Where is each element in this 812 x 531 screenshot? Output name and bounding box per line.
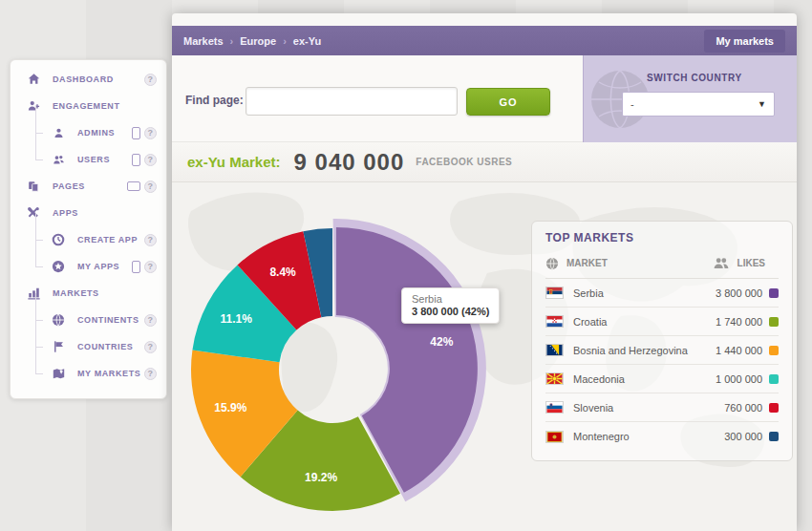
help-icon[interactable]: ? [144, 261, 157, 273]
help-icon[interactable]: ? [144, 181, 157, 193]
sidebar-item-label: COUNTRIES [77, 342, 133, 351]
sidebar-item-my-markets[interactable]: MY MARKETS ? [11, 360, 166, 387]
market-column-header[interactable]: MARKET [566, 258, 608, 268]
help-icon[interactable]: ? [144, 341, 157, 353]
mobile-badge-icon [132, 261, 140, 273]
table-row-croatia[interactable]: Croatia 1 740 000 [545, 308, 779, 336]
sidebar-item-label: CONTINENTS [77, 315, 139, 325]
sidebar-item-apps[interactable]: APPS [11, 200, 166, 226]
country-select-value: - [630, 98, 634, 110]
slice-percent-label: 11.1% [221, 312, 253, 326]
breadcrumb: Markets › Europe › ex-Yu My markets [172, 26, 797, 55]
sidebar-item-label: PAGES [53, 181, 85, 191]
tools-icon [24, 206, 43, 220]
series-color-swatch [769, 288, 779, 298]
table-row-bosnia[interactable]: Bosnia and Herzegovina 1 440 000 [545, 336, 779, 365]
page-root: DASHBOARD ? ENGAGEMENT ADMINS ? USERS ? … [0, 0, 812, 531]
bar-chart-icon [24, 287, 43, 300]
map-pin-icon [49, 367, 68, 380]
slice-percent-label: 19.2% [305, 471, 337, 484]
find-page-label: Find page: [185, 94, 244, 107]
series-color-swatch [769, 403, 779, 413]
sidebar-item-admins[interactable]: ADMINS ? [11, 119, 166, 146]
mobile-badge-icon [132, 154, 140, 166]
slovenia-flag-icon [545, 401, 564, 414]
series-color-swatch [769, 432, 779, 441]
breadcrumb-europe[interactable]: Europe [240, 35, 276, 47]
top-markets-header-row: MARKET LIKES [545, 248, 779, 279]
serbia-flag-icon [545, 287, 564, 299]
table-row-montenegro[interactable]: Montenegro 300 000 [545, 422, 779, 451]
table-row-macedonia[interactable]: Macedonia 1 000 000 [545, 365, 779, 393]
table-row-slovenia[interactable]: Slovenia 760 000 [545, 393, 779, 422]
admin-icon [49, 127, 68, 139]
series-color-swatch [769, 317, 779, 327]
breadcrumb-markets[interactable]: Markets [183, 35, 224, 47]
home-icon [24, 73, 43, 86]
help-icon[interactable]: ? [144, 314, 157, 327]
sidebar-item-my-apps[interactable]: MY APPS ? [11, 253, 166, 280]
chevron-separator-icon: › [283, 35, 287, 47]
sidebar-item-markets[interactable]: MARKETS [11, 280, 166, 307]
market-unit-label: FACEBOOK USRES [416, 157, 512, 167]
market-total-value: 9 040 000 [294, 149, 405, 176]
donut-chart[interactable]: 42%19.2%15.9%11.1%8.4% [172, 207, 495, 531]
main-window: Markets › Europe › ex-Yu My markets Find… [172, 13, 797, 531]
sidebar-item-label: ENGAGEMENT [53, 101, 120, 111]
help-icon[interactable]: ? [144, 74, 157, 86]
montenegro-flag-icon [545, 431, 564, 443]
my-markets-button[interactable]: My markets [704, 30, 785, 53]
create-app-icon [49, 233, 68, 246]
switch-country-label: SWITCH COUNTRY [647, 73, 742, 83]
sidebar-item-pages[interactable]: PAGES ? [11, 173, 166, 200]
tooltip-value: 3 800 000 (42%) [412, 306, 489, 317]
croatia-flag-icon [545, 315, 564, 328]
people-icon [713, 257, 730, 269]
engagement-icon [24, 99, 43, 113]
sidebar-item-create-app[interactable]: CREATE APP ? [11, 226, 166, 253]
country-select[interactable]: - ▼ [622, 92, 775, 117]
chevron-separator-icon: › [230, 35, 234, 47]
users-icon [49, 154, 68, 166]
sidebar-item-label: ADMINS [77, 128, 115, 138]
likes-column-header[interactable]: LIKES [737, 258, 765, 268]
help-icon[interactable]: ? [144, 127, 157, 139]
sidebar-item-dashboard[interactable]: DASHBOARD ? [11, 66, 166, 93]
sidebar-item-label: USERS [77, 155, 110, 164]
bosnia-flag-icon [545, 344, 564, 356]
macedonia-flag-icon [545, 372, 564, 385]
switch-country-panel: SWITCH COUNTRY - ▼ [583, 55, 797, 142]
sidebar-item-users[interactable]: USERS ? [11, 146, 166, 173]
help-icon[interactable]: ? [144, 234, 157, 246]
market-title: ex-Yu Market: [187, 154, 281, 170]
content-area: 42%19.2%15.9%11.1%8.4% Serbia 3 800 000 … [172, 182, 797, 531]
series-color-swatch [769, 374, 779, 384]
sidebar-item-countries[interactable]: COUNTRIES ? [11, 333, 166, 360]
slice-percent-label: 42% [430, 335, 453, 349]
globe-icon [545, 257, 559, 270]
star-circle-icon [49, 260, 68, 273]
mobile-badge-icon [132, 127, 140, 139]
globe-icon [49, 313, 68, 327]
find-page-input[interactable] [246, 87, 458, 116]
help-icon[interactable]: ? [144, 368, 157, 380]
slice-percent-label: 15.9% [214, 401, 246, 414]
pages-icon [24, 180, 43, 193]
sidebar-item-continents[interactable]: CONTINENTS ? [11, 307, 166, 333]
flag-icon [49, 340, 68, 353]
market-header: ex-Yu Market: 9 040 000 FACEBOOK USRES [172, 142, 797, 182]
go-button[interactable]: GO [466, 88, 550, 116]
breadcrumb-ex-yu[interactable]: ex-Yu [293, 35, 321, 47]
help-icon[interactable]: ? [144, 154, 157, 166]
tooltip-country: Serbia [412, 293, 489, 305]
chart-tooltip: Serbia 3 800 000 (42%) [401, 287, 500, 324]
sidebar-item-label: MARKETS [53, 288, 99, 298]
table-row-serbia[interactable]: Serbia 3 800 000 [545, 279, 779, 308]
sidebar-item-label: CREATE APP [77, 235, 138, 244]
slice-percent-label: 8.4% [269, 266, 296, 279]
sidebar-item-label: DASHBOARD [53, 74, 114, 84]
top-markets-panel: TOP MARKETS MARKET LIKES Serbia 3 800 00… [531, 221, 793, 461]
chevron-down-icon: ▼ [758, 99, 766, 109]
sidebar-item-label: MY APPS [77, 262, 119, 271]
sidebar-item-engagement[interactable]: ENGAGEMENT [11, 93, 166, 119]
